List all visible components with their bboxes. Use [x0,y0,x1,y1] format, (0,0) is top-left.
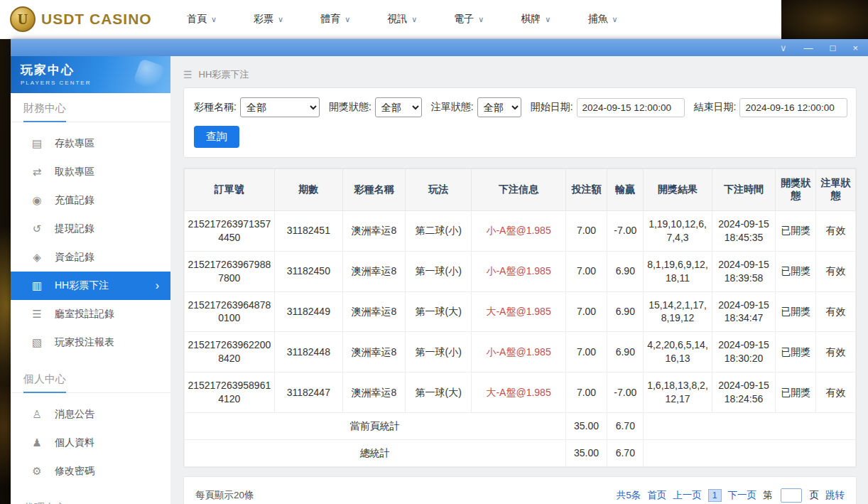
col-bet-time: 下注時間 [712,169,776,211]
table-cell: 6.90 [607,291,644,332]
nav-item-sports[interactable]: 體育∨ [320,13,350,26]
window-minimize-button[interactable]: — [804,43,813,53]
table-cell: 澳洲幸运8 [343,251,406,291]
nav-item-slots[interactable]: 電子∨ [454,13,484,26]
col-bet-amount: 投注額 [565,169,607,211]
table-cell: 有效 [816,291,856,332]
recharge-record-icon: ◉ [31,194,43,207]
summary-label: 當前頁統計 [185,412,566,439]
top-nav: 首頁∨ 彩票∨ 體育∨ 視訊∨ 電子∨ 棋牌∨ 捕魚∨ [187,13,617,26]
table-cell: 大-A盤@1.985 [472,291,565,332]
sidebar-item-hh-lottery-bets[interactable]: ▥ HH彩票下注 › [11,272,170,300]
prev-page-link[interactable]: 上一页 [673,489,702,502]
sidebar-item-withdraw-area[interactable]: ⇄ 取款專區 [11,158,170,186]
table-cell: -7.00 [607,211,644,252]
withdrawal-record-icon: ↺ [31,222,43,235]
sidebar-item-label: 玩家投注報表 [55,336,114,349]
sidebar-item-announcements[interactable]: ♙ 消息公告 [11,400,170,429]
sidebar-section-finance: 財務中心 ▤ 存款專區 ⇄ 取款專區 ◉ 充值記錄 ↺ [11,93,170,364]
sidebar-item-player-bet-report[interactable]: ▧ 玩家投注報表 [11,328,170,357]
table-row: 215217263962200842031182448澳洲幸运8第一球(小)小-… [185,332,856,372]
sidebar-item-label: 修改密碼 [55,465,94,478]
start-date-label: 開始日期: [531,101,573,114]
col-draw-result: 開獎結果 [644,169,712,211]
table-cell: 有效 [816,211,856,252]
col-lottery-name: 彩種名稱 [343,169,406,211]
lottery-name-select[interactable]: 全部 [240,97,320,117]
window-close-button[interactable]: × [852,43,858,53]
page-title: HH彩票下注 [199,68,249,81]
nav-item-live-video[interactable]: 視訊∨ [387,13,417,26]
nav-item-home[interactable]: 首頁∨ [187,13,217,26]
summary-empty [644,439,856,466]
player-center-header: 玩家中心 PLAYERS CENTER [11,56,170,93]
page-jump-input[interactable] [781,488,802,503]
orders-table-card: 訂單號 期數 彩種名稱 玩法 下注信息 投注額 輸贏 開獎結果 下注時間 開獎狀… [183,168,857,468]
nav-label: 視訊 [387,13,407,26]
summary-winloss-total: 6.70 [607,439,644,466]
sidebar-item-label: 消息公告 [55,408,94,421]
table-cell: 小-A盤@1.985 [472,211,565,252]
search-button[interactable]: 查詢 [194,126,239,148]
table-cell: 7.00 [565,211,607,252]
jump-suffix-label: 页 [810,489,820,502]
player-center-window: ∨ — □ × 玩家中心 PLAYERS CENTER 財務中心 ▤ 存款專區 [11,39,868,504]
funds-record-icon: ◈ [31,251,43,264]
first-page-link[interactable]: 首页 [647,489,666,502]
table-cell: 2152172639648780100 [185,291,275,332]
current-page-indicator[interactable]: 1 [708,489,722,502]
orders-table: 訂單號 期數 彩種名稱 玩法 下注信息 投注額 輸贏 開獎結果 下注時間 開獎狀… [184,168,856,467]
nav-label: 體育 [320,13,340,26]
table-cell: 2024-09-15 18:45:35 [712,211,776,252]
section-title-finance: 財務中心 [23,102,66,122]
sidebar-item-deposit-area[interactable]: ▤ 存款專區 [11,129,170,158]
chevron-down-icon: ∨ [612,15,617,24]
sidebar-item-withdrawal-record[interactable]: ↺ 提現記錄 [11,215,170,243]
site-logo[interactable]: U USDT CASINO [0,6,153,32]
site-header: U USDT CASINO 首頁∨ 彩票∨ 體育∨ 視訊∨ 電子∨ 棋牌∨ 捕魚… [0,0,781,39]
sidebar-item-label: 提現記錄 [55,222,94,235]
next-page-link[interactable]: 下一页 [728,489,757,502]
sidebar-item-funds-record[interactable]: ◈ 資金記錄 [11,243,170,272]
table-cell: 15,14,2,1,17,8,19,12 [644,291,712,332]
table-cell: 有效 [816,372,856,413]
menu-icon[interactable]: ☰ [183,69,192,80]
profile-icon: ♟ [31,436,43,449]
sidebar-item-profile[interactable]: ♟ 個人資料 [11,429,170,457]
table-cell: 7.00 [565,372,607,413]
sidebar-section-agent: 代理中心 [11,493,170,504]
window-collapse-button[interactable]: ∨ [780,43,787,53]
end-date-input[interactable] [739,98,847,117]
table-cell: 澳洲幸运8 [343,372,406,413]
order-status-select[interactable]: 全部 [477,97,521,117]
table-cell: 31182447 [274,372,342,413]
lottery-name-label: 彩種名稱: [194,101,237,114]
table-cell: 6.90 [607,251,644,291]
table-cell: 1,19,10,12,6,7,4,3 [644,211,712,252]
sidebar-item-change-password[interactable]: ⚙ 修改密碼 [11,457,170,486]
table-cell: 2152172639622008420 [185,332,275,372]
logo-coin-icon: U [10,6,36,32]
nav-item-lottery[interactable]: 彩票∨ [254,13,283,26]
chevron-right-icon: › [156,279,159,292]
chevron-down-icon: ∨ [411,15,417,24]
window-maximize-button[interactable]: □ [830,43,836,53]
table-body: 215217263971357445031182451澳洲幸运8第二球(小)小-… [185,211,856,467]
sidebar-item-recharge-record[interactable]: ◉ 充值記錄 [11,186,170,215]
table-cell: 2024-09-15 18:34:47 [712,291,776,332]
table-cell: 31182451 [274,211,342,252]
draw-status-select[interactable]: 全部 [375,97,422,117]
table-row: 215217263964878010031182449澳洲幸运8第一球(大)大-… [185,291,856,332]
table-cell: 6.90 [607,332,644,372]
sidebar-item-room-bet-record[interactable]: ☰ 廳室投註記錄 [11,300,170,328]
section-title-agent: 代理中心 [23,501,66,504]
table-row: 215217263958961412031182447澳洲幸运8第一球(大)大-… [185,372,856,413]
sidebar-item-label: 充值記錄 [55,194,94,207]
summary-winloss-total: 6.70 [607,412,644,439]
nav-item-fishing[interactable]: 捕魚∨ [587,13,617,26]
nav-item-board-games[interactable]: 棋牌∨ [521,13,550,26]
jump-button[interactable]: 跳转 [825,489,845,502]
table-cell: 已開獎 [776,211,816,252]
start-date-input[interactable] [577,98,685,117]
table-cell: 7.00 [565,291,607,332]
